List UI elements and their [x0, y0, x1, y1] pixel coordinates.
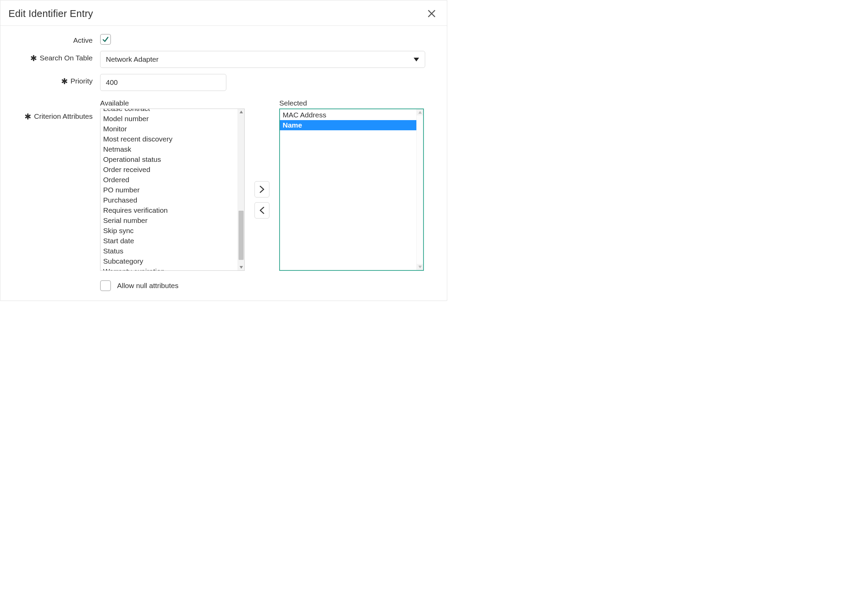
list-item[interactable]: Name — [280, 120, 416, 130]
search-on-table-value: Network Adapter — [106, 55, 158, 63]
close-icon — [428, 10, 435, 17]
edit-identifier-dialog: Edit Identifier Entry Active — [0, 0, 447, 301]
available-list: Lease contractModel numberMonitorMost re… — [102, 109, 238, 270]
selected-listbox[interactable]: MAC AddressName — [279, 109, 424, 271]
selected-scrollbar[interactable] — [416, 109, 423, 270]
list-item[interactable]: Serial number — [102, 216, 238, 226]
list-item[interactable]: Operational status — [102, 154, 238, 165]
row-search-on-table: ✱ Search On Table Network Adapter — [9, 51, 439, 68]
row-active: Active — [9, 33, 439, 45]
scroll-up-icon[interactable] — [238, 109, 244, 115]
scroll-track[interactable] — [238, 115, 244, 264]
available-listbox[interactable]: Lease contractModel numberMonitorMost re… — [100, 109, 245, 271]
dialog-close-button[interactable] — [426, 8, 437, 19]
row-allow-null: Allow null attributes — [100, 280, 245, 291]
list-item[interactable]: Monitor — [102, 124, 238, 134]
list-item[interactable]: Netmask — [102, 144, 238, 154]
available-scrollbar[interactable] — [238, 109, 244, 270]
move-right-button[interactable] — [254, 181, 269, 198]
move-left-button[interactable] — [254, 202, 269, 218]
required-asterisk-icon: ✱ — [24, 113, 31, 121]
dialog-header: Edit Identifier Entry — [0, 0, 447, 26]
list-item[interactable]: Skip sync — [102, 226, 238, 236]
svg-marker-3 — [239, 111, 243, 113]
criterion-attributes-label: Criterion Attributes — [34, 112, 93, 120]
check-icon — [102, 36, 109, 43]
priority-input[interactable] — [100, 74, 226, 91]
chevron-left-icon — [260, 207, 264, 214]
list-item[interactable]: Warranty expiration — [102, 266, 238, 270]
list-item[interactable]: Order received — [102, 165, 238, 175]
allow-null-checkbox[interactable] — [100, 280, 111, 291]
list-item[interactable]: Model number — [102, 114, 238, 124]
list-item[interactable]: Most recent discovery — [102, 134, 238, 144]
scroll-track[interactable] — [417, 115, 423, 264]
active-label: Active — [73, 36, 93, 44]
active-checkbox[interactable] — [100, 34, 111, 45]
list-item[interactable]: Requires verification — [102, 205, 238, 216]
selected-column-label: Selected — [279, 99, 424, 107]
svg-marker-4 — [239, 266, 243, 269]
chevron-right-icon — [260, 186, 264, 193]
scroll-down-icon[interactable] — [417, 264, 423, 270]
list-item[interactable]: Ordered — [102, 175, 238, 185]
list-item[interactable]: PO number — [102, 185, 238, 195]
search-on-table-label: Search On Table — [40, 54, 93, 62]
scroll-down-icon[interactable] — [238, 264, 244, 270]
slush-header-row: Available Selected — [9, 99, 439, 109]
allow-null-label: Allow null attributes — [117, 282, 179, 290]
list-item[interactable]: MAC Address — [282, 110, 416, 120]
selected-list: MAC AddressName — [280, 109, 416, 270]
search-on-table-select[interactable]: Network Adapter — [100, 51, 425, 68]
list-item[interactable]: Lease contract — [102, 109, 238, 114]
list-item[interactable]: Status — [102, 246, 238, 256]
list-item[interactable]: Purchased — [102, 195, 238, 205]
svg-marker-5 — [418, 111, 422, 114]
svg-marker-6 — [418, 266, 422, 269]
priority-label: Priority — [71, 77, 93, 85]
move-buttons-column — [245, 109, 279, 291]
row-criterion-attributes: ✱ Criterion Attributes Lease contractMod… — [9, 109, 439, 291]
required-asterisk-icon: ✱ — [30, 54, 37, 62]
dialog-title: Edit Identifier Entry — [9, 8, 93, 19]
list-item[interactable]: Subcategory — [102, 256, 238, 266]
row-priority: ✱ Priority — [9, 74, 439, 91]
dialog-body: Active ✱ Search On Table — [0, 26, 447, 301]
list-item[interactable]: Start date — [102, 236, 238, 246]
required-asterisk-icon: ✱ — [61, 77, 68, 86]
available-column-label: Available — [100, 99, 245, 107]
scroll-up-icon[interactable] — [417, 109, 423, 115]
scroll-thumb[interactable] — [239, 211, 244, 260]
